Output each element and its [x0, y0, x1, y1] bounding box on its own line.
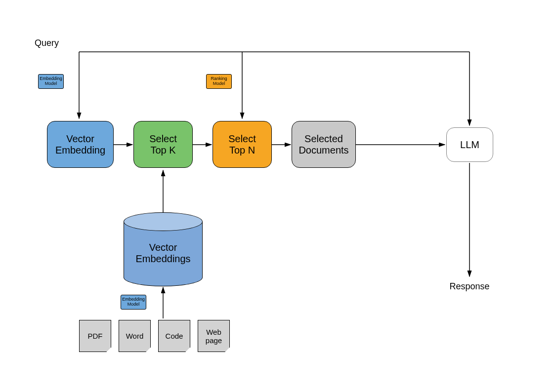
doc-web-text: Web page — [206, 328, 222, 345]
diagram-stage: Query Embedding Model Ranking Model Vect… — [0, 0, 555, 392]
doc-word-text: Word — [126, 332, 144, 340]
llm-text: LLM — [460, 139, 479, 151]
llm-node: LLM — [446, 127, 493, 162]
response-text: Response — [449, 281, 489, 292]
doc-pdf: PDF — [79, 320, 111, 352]
query-text: Query — [35, 38, 59, 48]
ranking-model-tag: Ranking Model — [206, 74, 232, 89]
vector-embeddings-db: Vector Embeddings — [124, 212, 203, 286]
doc-web: Web page — [198, 320, 230, 352]
vector-embedding-text: Vector Embedding — [55, 133, 105, 156]
select-top-n-text: Select Top N — [228, 133, 256, 156]
select-top-k-node: Select Top K — [133, 121, 193, 168]
response-label: Response — [445, 279, 494, 294]
embedding-model-tag-2: Embedding Model — [121, 295, 146, 310]
embedding-model-1-text: Embedding Model — [40, 77, 62, 86]
selected-documents-node: Selected Documents — [292, 121, 356, 168]
select-top-n-node: Select Top N — [213, 121, 272, 168]
select-top-k-text: Select Top K — [149, 133, 177, 156]
embedding-model-tag-1: Embedding Model — [38, 74, 64, 89]
doc-code-text: Code — [166, 332, 183, 340]
selected-documents-text: Selected Documents — [299, 133, 348, 156]
doc-word: Word — [119, 320, 151, 352]
vector-db-text: Vector Embeddings — [135, 242, 190, 264]
doc-code: Code — [158, 320, 190, 352]
embedding-model-2-text: Embedding Model — [122, 297, 145, 307]
doc-pdf-text: PDF — [88, 332, 103, 340]
ranking-model-text: Ranking Model — [211, 77, 227, 86]
vector-embedding-node: Vector Embedding — [47, 121, 114, 168]
query-label: Query — [35, 36, 74, 50]
